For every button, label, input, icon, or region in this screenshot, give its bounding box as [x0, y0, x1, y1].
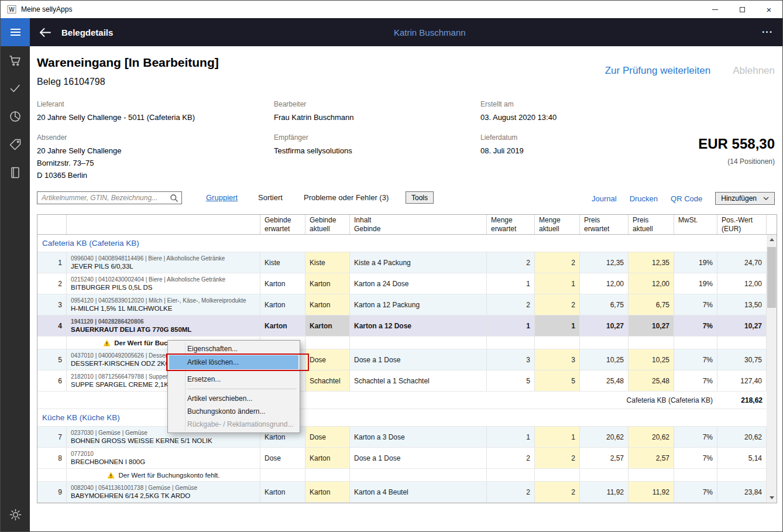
- sidebar-item-statistics[interactable]: [1, 102, 30, 131]
- lieferdatum-label: Lieferdatum: [480, 133, 524, 142]
- preis-aktuell-cell[interactable]: 25,48: [629, 370, 674, 391]
- absender-line3: D 10365 Berlin: [37, 169, 274, 181]
- group-header[interactable]: Cafeteria KB (Cafeteria KB): [37, 235, 767, 252]
- preis-erwartet-cell: 12,35: [580, 252, 629, 273]
- gebinde-aktuell-cell[interactable]: Karton: [305, 273, 350, 294]
- filter-gruppiert[interactable]: Gruppiert: [206, 193, 238, 202]
- sidebar-item-settings[interactable]: [1, 500, 30, 528]
- search-box: [37, 191, 182, 204]
- maximize-button[interactable]: [729, 1, 755, 18]
- preis-aktuell-cell[interactable]: 12,00: [629, 273, 674, 294]
- menge-aktuell-cell[interactable]: 1: [535, 273, 580, 294]
- scroll-up-button[interactable]: [767, 235, 777, 245]
- column-header-pe[interactable]: Preiserwartet: [580, 215, 629, 234]
- preis-aktuell-cell[interactable]: 2,57: [629, 448, 674, 468]
- menge-aktuell-cell[interactable]: 1: [535, 315, 580, 336]
- column-header-pw[interactable]: Pos.-Wert(EUR): [717, 215, 767, 234]
- filter-sortiert[interactable]: Sortiert: [258, 193, 283, 202]
- scroll-down-button[interactable]: [767, 493, 777, 503]
- journal-link[interactable]: Journal: [592, 194, 617, 203]
- hinzufuegen-button[interactable]: Hinzufügen: [715, 192, 775, 205]
- gebinde-aktuell-cell[interactable]: Karton: [305, 482, 350, 502]
- qr-code-link[interactable]: QR Code: [671, 194, 702, 203]
- column-header-mw[interactable]: MwSt.: [674, 215, 717, 234]
- gebinde-aktuell-cell[interactable]: Karton: [305, 315, 350, 336]
- search-icon[interactable]: [170, 194, 178, 202]
- menu-item[interactable]: Artikel löschen...: [169, 355, 298, 369]
- gebinde-aktuell-cell[interactable]: Karton: [305, 448, 350, 468]
- article-meta: 0082040 | 05411361001738 | Gemüse | Gemü…: [71, 484, 197, 492]
- menu-item-label: Artikel löschen...: [187, 358, 239, 366]
- table-row[interactable]: 3 0954120 | 04025839012020 | Milch | Eie…: [37, 294, 767, 315]
- filter-probleme-oder-fehler[interactable]: Probleme oder Fehler (3): [304, 193, 389, 202]
- menu-item[interactable]: Eigenschaften...: [169, 342, 298, 355]
- column-header-ga[interactable]: Gebindeaktuell: [305, 215, 350, 234]
- menu-item[interactable]: Ersetzen...: [169, 373, 298, 386]
- sidebar-item-cart[interactable]: [1, 46, 30, 74]
- article-name: BOHNEN GROSS WEISSE KERNE 5/1 NOLIK: [71, 437, 212, 445]
- current-user[interactable]: Katrin Buschmann: [394, 28, 466, 37]
- column-header-me[interactable]: Mengeerwartet: [487, 215, 535, 234]
- hamburger-menu-button[interactable]: [1, 18, 30, 46]
- inhalt-gebinde-cell: Dose a 1 Dose: [350, 349, 487, 370]
- article-name: SAUERKRAUT DELI ATG 770G 850ML: [71, 325, 191, 334]
- more-options-button[interactable]: ···: [762, 27, 773, 37]
- preis-aktuell-cell[interactable]: 10,25: [629, 349, 674, 370]
- header-spacer: [767, 215, 777, 234]
- table-row[interactable]: 6 2182010 | 08712566479788 | SuppenSUPPE…: [37, 370, 767, 392]
- tools-button[interactable]: Tools: [406, 191, 434, 204]
- preis-aktuell-cell[interactable]: 11,92: [629, 482, 674, 502]
- column-header-ma[interactable]: Mengeaktuell: [535, 215, 580, 234]
- reject-button[interactable]: Ablehnen: [733, 65, 775, 77]
- gebinde-aktuell-cell[interactable]: Schachtel: [305, 370, 350, 391]
- preis-aktuell-cell[interactable]: 20,62: [629, 427, 674, 447]
- table-row[interactable]: 9 0082040 | 05411361001738 | Gemüse | Ge…: [37, 482, 767, 503]
- menge-aktuell-cell[interactable]: 2: [535, 482, 580, 502]
- column-header-ge[interactable]: Gebindeerwartet: [260, 215, 305, 234]
- menge-aktuell-cell[interactable]: 5: [535, 370, 580, 391]
- sidebar-item-tasks[interactable]: [1, 74, 30, 102]
- column-header-pa[interactable]: Preisaktuell: [629, 215, 674, 234]
- close-button[interactable]: ×: [755, 1, 782, 18]
- menu-item[interactable]: Buchungskonto ändern...: [169, 405, 298, 418]
- table-row[interactable]: 8 0772010BRECHBOHNEN I 800G Dose Karton …: [37, 448, 767, 469]
- forward-for-review-button[interactable]: Zur Prüfung weiterleiten: [605, 65, 710, 77]
- menge-aktuell-cell[interactable]: 3: [535, 349, 580, 370]
- gebinde-aktuell-cell[interactable]: Kiste: [305, 252, 350, 273]
- table-row[interactable]: 7 0237030 | Gemüse | GemüseBOHNEN GROSS …: [37, 427, 767, 448]
- menge-aktuell-cell[interactable]: 2: [535, 448, 580, 468]
- gebinde-aktuell-cell[interactable]: Karton: [305, 294, 350, 315]
- table-row[interactable]: 2 0215240 | 04102430002404 | Biere | Alk…: [37, 273, 767, 294]
- menu-item[interactable]: Artikel verschieben...: [169, 392, 298, 405]
- gebinde-aktuell-cell[interactable]: Dose: [305, 427, 350, 447]
- menge-aktuell-cell[interactable]: 1: [535, 427, 580, 447]
- sidebar-item-promotions[interactable]: [1, 131, 30, 159]
- table-row[interactable]: 4 1941120 | 04028286420806SAUERKRAUT DEL…: [37, 315, 767, 337]
- menge-aktuell-cell[interactable]: 2: [535, 252, 580, 273]
- preis-aktuell-cell[interactable]: 6,75: [629, 294, 674, 315]
- table-row[interactable]: 1 0996040 | 04008948114496 | Biere | Alk…: [37, 252, 767, 273]
- gebinde-aktuell-cell[interactable]: Dose: [305, 349, 350, 370]
- menge-aktuell-cell[interactable]: 2: [535, 294, 580, 315]
- drucken-link[interactable]: Drucken: [630, 194, 658, 203]
- article-meta: 0772010: [71, 450, 94, 458]
- article-meta: 0437010 | 04000492005626 | Desserts: [71, 352, 172, 359]
- minimize-button[interactable]: [702, 1, 729, 18]
- inhalt-gebinde-cell: Dose a 1 Dose: [350, 448, 487, 468]
- group-header[interactable]: Küche KB (Küche KB): [37, 409, 767, 427]
- warning-text: Der Wert für Buchungskonto fehlt.: [118, 472, 219, 479]
- vertical-scrollbar[interactable]: [767, 235, 777, 503]
- preis-aktuell-cell[interactable]: 10,27: [629, 315, 674, 336]
- window-controls: ×: [702, 1, 782, 18]
- mwst-cell: 19%: [674, 273, 717, 294]
- table-row[interactable]: 5 0437010 | 04000492005626 | DessertsDES…: [37, 349, 767, 370]
- pos-wert-cell: 30,75: [717, 349, 767, 370]
- sidebar-item-catalog[interactable]: [1, 159, 30, 187]
- preis-aktuell-cell[interactable]: 12,35: [629, 252, 674, 273]
- empfaenger-label: Empfänger: [274, 133, 480, 142]
- scrollbar-thumb[interactable]: [767, 247, 776, 308]
- column-header-in[interactable]: InhaltGebinde: [350, 215, 487, 234]
- back-button[interactable]: [39, 28, 51, 37]
- menu-item-label: Artikel verschieben...: [187, 394, 252, 403]
- search-input[interactable]: [37, 192, 181, 204]
